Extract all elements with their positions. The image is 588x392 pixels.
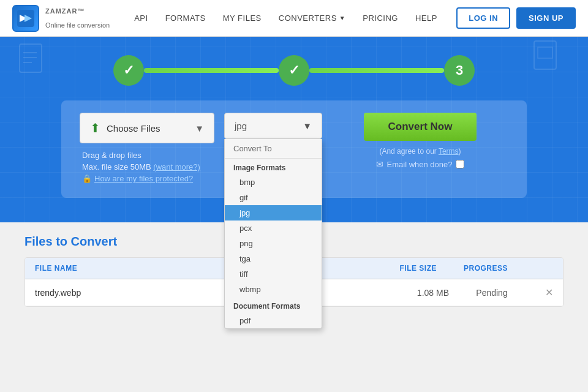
email-icon: ✉ <box>376 159 383 169</box>
logo-text: ZAMZAR™ Online file conversion <box>45 7 110 29</box>
row-progress: Pending <box>449 288 535 298</box>
logo-name: ZAMZAR™ <box>45 7 110 21</box>
format-option-tiff[interactable]: tiff <box>225 266 322 282</box>
agree-section: (And agree to our Terms) ✉ Email when do… <box>376 147 465 169</box>
header-buttons: LOG IN SIGN UP <box>456 7 576 29</box>
main-nav: API FORMATS MY FILES CONVERTERS ▼ PRICIN… <box>134 13 456 23</box>
email-section: ✉ Email when done? <box>376 159 465 169</box>
signup-button[interactable]: SIGN UP <box>516 7 576 29</box>
format-option-tga[interactable]: tga <box>225 251 322 266</box>
email-when-done-label: Email when done? <box>387 160 453 169</box>
upload-icon: ⬆ <box>90 121 100 135</box>
step-3-circle: 3 <box>444 55 475 86</box>
remove-file-button[interactable]: ✕ <box>535 287 553 298</box>
nav-api[interactable]: API <box>134 13 148 23</box>
agree-text: (And agree to our Terms) <box>376 147 465 156</box>
nav-converters[interactable]: CONVERTERS ▼ <box>279 13 345 23</box>
file-protection-info: 🔒 How are my files protected? <box>82 174 214 183</box>
format-selected-value: jpg <box>235 121 247 131</box>
format-option-wbmp[interactable]: wbmp <box>225 282 322 297</box>
row-filesize: 1.08 MB <box>375 288 449 298</box>
email-checkbox[interactable] <box>456 160 464 168</box>
lock-icon: 🔒 <box>82 174 92 183</box>
step-line-2-3 <box>309 68 444 73</box>
document-formats-category: Document Formats <box>225 297 322 313</box>
logo-subtitle: Online file conversion <box>45 21 110 29</box>
col-filesize: FILE SIZE <box>363 264 437 273</box>
converters-chevron-icon: ▼ <box>339 15 345 21</box>
header: ZAMZAR™ Online file conversion API FORMA… <box>0 0 588 37</box>
conversion-area: ⬆ Choose Files ▼ Drag & drop files Max. … <box>61 100 527 198</box>
steps-progress: ✓ ✓ 3 <box>12 55 576 86</box>
file-protected-link[interactable]: How are my files protected? <box>94 174 193 183</box>
format-option-pdf[interactable]: pdf <box>225 313 322 328</box>
format-option-bmp[interactable]: bmp <box>225 175 322 190</box>
logo-icon <box>12 5 39 32</box>
format-dropdown-menu: Convert To Image Formats bmp gif jpg pcx… <box>224 139 322 329</box>
conversion-info: Drag & drop files Max. file size 50MB (w… <box>80 151 214 183</box>
format-select-button[interactable]: jpg ▼ <box>224 113 322 139</box>
files-title-highlight: Convert <box>71 235 118 248</box>
max-size-text: Max. file size 50MB (want more?) <box>82 162 214 172</box>
format-dropdown-arrow-icon: ▼ <box>303 121 312 131</box>
nav-my-files[interactable]: MY FILES <box>223 13 262 23</box>
conversion-controls: ⬆ Choose Files ▼ Drag & drop files Max. … <box>80 113 508 183</box>
hero-section: ✓ ✓ 3 ⬆ Choose Files ▼ Drag & drop files… <box>0 37 588 222</box>
format-dropdown-wrapper: jpg ▼ Convert To Image Formats bmp gif j… <box>224 113 322 139</box>
col-progress: PROGRESS <box>437 264 535 273</box>
dropdown-header: Convert To <box>225 139 322 159</box>
drag-drop-text: Drag & drop files <box>82 151 214 160</box>
format-option-gif[interactable]: gif <box>225 190 322 205</box>
nav-formats[interactable]: FORMATS <box>165 13 206 23</box>
image-formats-category: Image Formats <box>225 159 322 175</box>
nav-help[interactable]: HELP <box>415 13 437 23</box>
format-option-jpg[interactable]: jpg <box>225 205 322 221</box>
choose-files-label: Choose Files <box>107 123 160 134</box>
login-button[interactable]: LOG IN <box>456 7 510 29</box>
want-more-link[interactable]: (want more?) <box>153 162 200 172</box>
step-1-circle: ✓ <box>113 55 144 86</box>
convert-now-button[interactable]: Convert Now <box>364 113 477 141</box>
step-line-1-2 <box>144 68 279 73</box>
convert-area: Convert Now (And agree to our Terms) ✉ E… <box>332 113 508 169</box>
choose-files-arrow-icon: ▼ <box>195 123 204 134</box>
step-2-circle: ✓ <box>279 55 309 86</box>
format-option-png[interactable]: png <box>225 236 322 251</box>
choose-files-button[interactable]: ⬆ Choose Files ▼ <box>80 113 214 143</box>
row-filename: trendy.webp <box>35 288 375 298</box>
logo: ZAMZAR™ Online file conversion <box>12 5 110 32</box>
terms-link[interactable]: Terms <box>439 147 459 156</box>
nav-pricing[interactable]: PRICING <box>363 13 398 23</box>
format-option-pcx[interactable]: pcx <box>225 221 322 236</box>
